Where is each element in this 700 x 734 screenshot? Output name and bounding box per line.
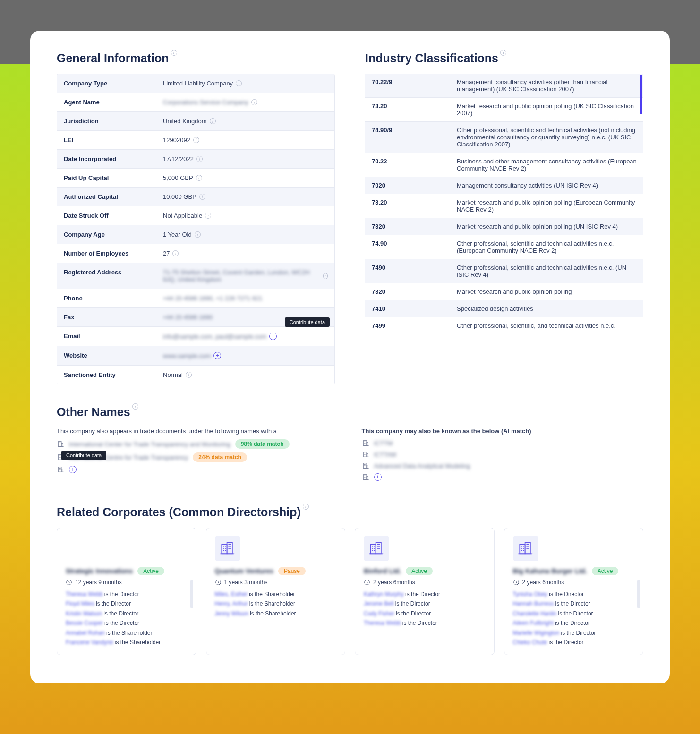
- scrollbar-thumb[interactable]: [190, 580, 193, 608]
- general-info-row: Authorized Capital10.000 GBP: [57, 188, 334, 206]
- add-icon[interactable]: [213, 352, 221, 359]
- related-corporate-card[interactable]: Big Kahuna Burger Ltd.Active2 years 6mon…: [504, 528, 644, 655]
- general-info-row: Date Incorporated17/12/2022: [57, 150, 334, 169]
- svg-rect-19: [61, 469, 63, 472]
- field-value: 12902092: [156, 131, 334, 149]
- person-line: Hannah Burress is the Director: [513, 599, 635, 608]
- industry-code: 73.20: [372, 199, 457, 213]
- field-value: Not Applicable: [156, 206, 334, 225]
- building-icon: [57, 440, 64, 448]
- info-icon[interactable]: [236, 80, 242, 86]
- info-icon[interactable]: [132, 403, 138, 410]
- industry-row: 70.22/9Management consultancy activities…: [365, 74, 643, 98]
- person-line: Miles, Esther is the Shareholder: [215, 589, 337, 599]
- field-value: 27: [156, 244, 334, 263]
- svg-rect-42: [363, 475, 367, 480]
- related-corporate-card[interactable]: Strategic InnovationsActive12 years 9 mo…: [57, 528, 196, 655]
- svg-rect-7: [58, 455, 61, 460]
- other-name-row: ICTTM: [362, 439, 644, 447]
- svg-rect-76: [520, 545, 525, 554]
- industry-code: 7410: [372, 305, 457, 312]
- industry-description: Specialized design activities: [457, 305, 637, 312]
- industry-code: 7320: [372, 288, 457, 295]
- svg-rect-35: [363, 463, 367, 469]
- svg-rect-33: [367, 454, 368, 457]
- field-value: Corporations Service Company: [156, 93, 334, 111]
- industry-code: 74.90: [372, 240, 457, 254]
- field-value: +44 20 4586 1690, +1 228 7271 821: [156, 289, 334, 307]
- add-icon[interactable]: [269, 333, 277, 340]
- field-label: Jurisdiction: [57, 112, 156, 130]
- info-icon[interactable]: [171, 50, 177, 56]
- clock-icon: [66, 579, 72, 586]
- building-icon: [362, 439, 369, 447]
- related-corporate-card[interactable]: Binford Ltd.Active2 years 6monthsKathryn…: [355, 528, 495, 655]
- person-line: Jerome Bell is the Director: [364, 599, 486, 608]
- info-icon[interactable]: [195, 231, 201, 238]
- scrollbar-thumb[interactable]: [637, 580, 640, 608]
- section-other-names-title: Other Names: [57, 405, 643, 419]
- corporate-name: Binford Ltd.: [364, 567, 401, 575]
- corporate-age: 12 years 9 months: [75, 579, 122, 586]
- industry-code: 7499: [372, 322, 457, 329]
- info-icon[interactable]: [303, 504, 309, 510]
- info-icon[interactable]: [186, 372, 192, 378]
- info-icon[interactable]: [251, 99, 257, 105]
- other-name-row: Advanced Data Analytical Modeling: [362, 462, 644, 469]
- other-name-row: ICTTAM: [362, 451, 644, 458]
- industry-code: 74.90/9: [372, 127, 457, 148]
- field-label: LEI: [57, 131, 156, 149]
- other-name-row: International Centre for Trade Transpare…: [57, 452, 339, 462]
- field-label: Number of Employees: [57, 244, 156, 263]
- field-label: Fax: [57, 308, 156, 326]
- field-value: United Kingdom: [156, 112, 334, 130]
- person-line: Floyd Miles is the Director: [66, 599, 188, 608]
- clock-icon: [513, 579, 520, 586]
- industry-row: 73.20Market research and public opinion …: [365, 98, 643, 122]
- info-icon[interactable]: [193, 137, 199, 143]
- svg-rect-0: [58, 442, 61, 447]
- section-general-title: General Information: [57, 51, 335, 65]
- corporate-age: 2 years 6months: [373, 579, 415, 586]
- field-label: Email: [57, 327, 156, 346]
- field-label: Date Incorporated: [57, 150, 156, 168]
- field-value: 10.000 GBP: [156, 188, 334, 206]
- info-icon[interactable]: [210, 118, 216, 124]
- scrollbar-thumb[interactable]: [640, 75, 642, 114]
- field-label: Paid Up Capital: [57, 169, 156, 187]
- info-icon[interactable]: [196, 175, 202, 181]
- info-icon[interactable]: [199, 194, 205, 200]
- industry-description: Other professional, scientific and techn…: [457, 264, 637, 278]
- field-value: Limited Liability Company: [156, 74, 334, 93]
- info-icon[interactable]: [172, 250, 179, 256]
- field-value: 5,000 GBP: [156, 169, 334, 187]
- industry-description: Other professional, scientific and techn…: [457, 240, 637, 254]
- add-icon[interactable]: [69, 466, 77, 473]
- general-info-row: LEI12902092: [57, 131, 334, 150]
- info-icon[interactable]: [205, 213, 211, 219]
- info-icon[interactable]: [196, 156, 203, 162]
- status-badge: Active: [137, 567, 164, 575]
- person-line: Cody Fisher is the Director: [364, 609, 486, 618]
- person-line: Charolette Hanlin is the Director: [513, 609, 635, 618]
- related-corporate-card[interactable]: Quantum VenturesPause1 years 3 monthsMil…: [206, 528, 346, 655]
- info-icon[interactable]: [323, 273, 328, 279]
- field-label: Registered Address: [57, 263, 156, 289]
- corporate-age: 2 years 6months: [522, 579, 564, 586]
- building-icon: [57, 466, 64, 473]
- add-icon[interactable]: [374, 473, 382, 481]
- field-value: 71-75 Shelton Street, Covent Garden, Lon…: [156, 263, 334, 289]
- industry-row: 7320Market research and public opinion p…: [365, 218, 643, 235]
- svg-rect-5: [61, 444, 63, 447]
- industry-code: 7020: [372, 182, 457, 189]
- svg-rect-40: [367, 465, 368, 469]
- info-icon[interactable]: [500, 50, 506, 56]
- status-badge: Pause: [278, 567, 306, 575]
- svg-rect-63: [370, 545, 376, 554]
- industry-code: 70.22/9: [372, 78, 457, 93]
- person-line: Tynisha Obey is the Director: [513, 589, 635, 599]
- field-value: 1 Year Old: [156, 225, 334, 244]
- field-label: Date Struck Off: [57, 206, 156, 225]
- industry-description: Management consultancy activities (other…: [457, 78, 637, 93]
- svg-rect-28: [363, 452, 367, 457]
